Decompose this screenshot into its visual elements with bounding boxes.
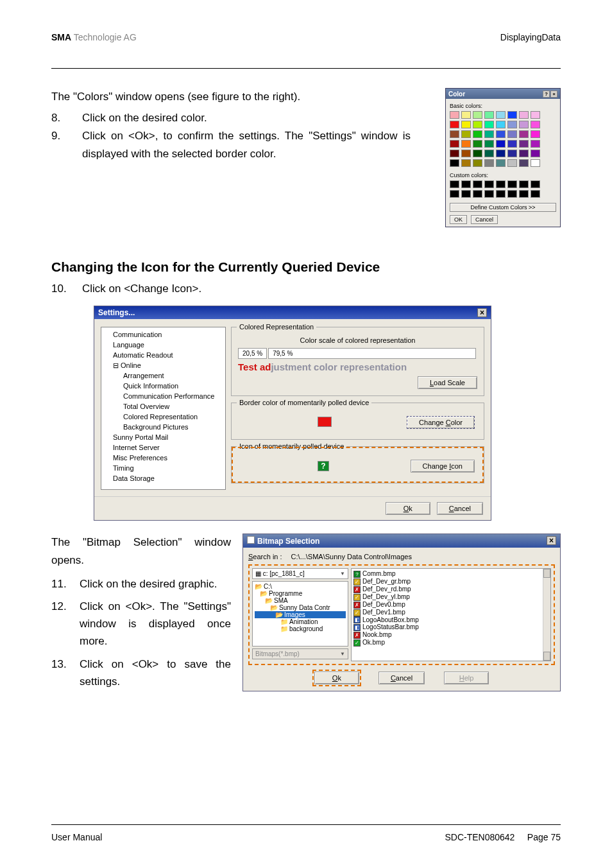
file-item[interactable]: ◧LogoAboutBox.bmp <box>353 616 548 624</box>
filter-combo[interactable]: Bitmaps(*.bmp) <box>252 648 348 659</box>
color-cancel-button[interactable]: Cancel <box>471 215 498 224</box>
step-11: 11.Click on the desired graphic. <box>51 575 231 593</box>
cd-title: Color <box>448 91 465 98</box>
file-item[interactable]: ✓Def_Dev1.bmp <box>353 609 548 616</box>
settings-ok-button[interactable]: Ok <box>386 502 430 515</box>
color-swatch[interactable] <box>450 121 459 128</box>
close-icon[interactable]: × <box>547 536 556 545</box>
color-swatch[interactable] <box>496 159 506 167</box>
settings-window: Settings... × Communication Language Aut… <box>94 306 491 521</box>
color-swatch[interactable] <box>531 159 540 167</box>
group-colored-representation: Colored Representation Color scale of co… <box>231 327 484 396</box>
color-swatch[interactable] <box>531 140 540 148</box>
scrollbar[interactable] <box>543 569 550 661</box>
color-swatch[interactable] <box>507 130 517 138</box>
color-swatch[interactable] <box>450 111 459 119</box>
color-swatch[interactable] <box>531 121 540 128</box>
color-swatch[interactable] <box>507 159 517 167</box>
color-ok-button[interactable]: OK <box>450 215 467 224</box>
file-item[interactable]: ✗Nook.bmp <box>353 631 548 639</box>
color-swatch[interactable] <box>461 140 471 148</box>
custom-color-grid[interactable] <box>450 180 556 198</box>
color-swatch[interactable] <box>496 140 506 148</box>
file-item[interactable]: ?Comm.bmp <box>353 570 548 578</box>
bitmap-intro: The "Bitmap Selection" window opens. <box>51 534 231 568</box>
border-color-swatch <box>318 417 332 427</box>
pct-low[interactable]: 20,5 % <box>238 348 267 359</box>
color-swatch[interactable] <box>484 140 494 148</box>
file-item[interactable]: ✗Def_Dev0.bmp <box>353 601 548 609</box>
color-swatch[interactable] <box>461 111 471 119</box>
settings-tree[interactable]: Communication Language Automatic Readout… <box>101 327 226 490</box>
load-scale-button[interactable]: Load Scale <box>418 376 477 389</box>
drive-combo[interactable]: ▦ c: [pc_1881_c] <box>252 568 348 579</box>
color-swatch[interactable] <box>473 140 482 148</box>
bmp-cancel-button[interactable]: Cancel <box>378 672 425 684</box>
color-swatch[interactable] <box>484 159 494 167</box>
settings-cancel-button[interactable]: Cancel <box>437 502 483 515</box>
change-color-button[interactable]: Change Color <box>407 416 475 429</box>
directory-list[interactable]: 📂C:\ 📂Programme 📂SMA 📂Sunny Data Contr 📂… <box>252 581 348 647</box>
color-swatch[interactable] <box>531 111 540 119</box>
basic-color-grid[interactable] <box>450 111 556 167</box>
color-swatch[interactable] <box>496 121 506 128</box>
step-10: 10.Click on <Change Icon>. <box>51 280 561 298</box>
file-list[interactable]: ?Comm.bmp✓Def_Dev_gr.bmp✗Def_Dev_rd.bmp✓… <box>351 568 551 661</box>
close-icon[interactable]: × <box>477 308 487 317</box>
device-icon-preview: ? <box>318 461 329 471</box>
basic-colors-label: Basic colors: <box>450 103 556 109</box>
color-swatch[interactable] <box>507 111 517 119</box>
color-swatch[interactable] <box>531 150 540 157</box>
color-swatch[interactable] <box>473 130 482 138</box>
header-right: DisplayingData <box>500 32 561 42</box>
step-13: 13.Click on <Ok> to save the settings. <box>51 655 231 690</box>
color-swatch[interactable] <box>450 140 459 148</box>
file-item[interactable]: ✗Def_Dev_rd.bmp <box>353 586 548 593</box>
group-icon: Icon of momentarily polled device ? Chan… <box>231 446 484 483</box>
change-icon-button[interactable]: Change Icon <box>411 460 475 473</box>
color-swatch[interactable] <box>473 121 482 128</box>
color-swatch[interactable] <box>496 111 506 119</box>
file-item[interactable]: ◧LogoStatusBar.bmp <box>353 623 548 631</box>
color-swatch[interactable] <box>461 121 471 128</box>
app-icon <box>247 536 255 544</box>
color-swatch[interactable] <box>519 121 529 128</box>
file-item[interactable]: ✓Def_Dev_yl.bmp <box>353 593 548 601</box>
color-swatch[interactable] <box>531 130 540 138</box>
color-swatch[interactable] <box>519 159 529 167</box>
color-dialog: Color ?× Basic colors: Custom colors: De… <box>445 88 561 227</box>
color-swatch[interactable] <box>496 130 506 138</box>
pct-high[interactable]: 79,5 % <box>268 348 476 359</box>
step-12: 12.Click on <Ok>. The "Settings" window … <box>51 598 231 650</box>
close-icon[interactable]: × <box>550 91 557 98</box>
color-swatch[interactable] <box>473 150 482 157</box>
color-swatch[interactable] <box>496 150 506 157</box>
color-swatch[interactable] <box>450 159 459 167</box>
color-swatch[interactable] <box>473 159 482 167</box>
settings-title: Settings... <box>98 308 135 317</box>
define-colors-button[interactable]: Define Custom Colors >> <box>450 203 556 212</box>
color-swatch[interactable] <box>519 150 529 157</box>
color-swatch[interactable] <box>473 111 482 119</box>
color-swatch[interactable] <box>484 111 494 119</box>
color-swatch[interactable] <box>450 150 459 157</box>
color-swatch[interactable] <box>519 130 529 138</box>
bmp-ok-button[interactable]: Ok <box>314 672 359 684</box>
color-swatch[interactable] <box>461 150 471 157</box>
color-swatch[interactable] <box>519 111 529 119</box>
help-icon[interactable]: ? <box>543 91 550 98</box>
company-light: Technologie AG <box>71 32 137 42</box>
color-swatch[interactable] <box>484 130 494 138</box>
color-swatch[interactable] <box>484 150 494 157</box>
color-swatch[interactable] <box>519 140 529 148</box>
color-swatch[interactable] <box>507 140 517 148</box>
bmp-help-button[interactable]: Help <box>444 672 489 684</box>
file-item[interactable]: ✓Ok.bmp <box>353 639 548 647</box>
color-swatch[interactable] <box>484 121 494 128</box>
color-swatch[interactable] <box>461 159 471 167</box>
color-swatch[interactable] <box>507 150 517 157</box>
color-swatch[interactable] <box>450 130 459 138</box>
file-item[interactable]: ✓Def_Dev_gr.bmp <box>353 578 548 586</box>
color-swatch[interactable] <box>461 130 471 138</box>
color-swatch[interactable] <box>507 121 517 128</box>
